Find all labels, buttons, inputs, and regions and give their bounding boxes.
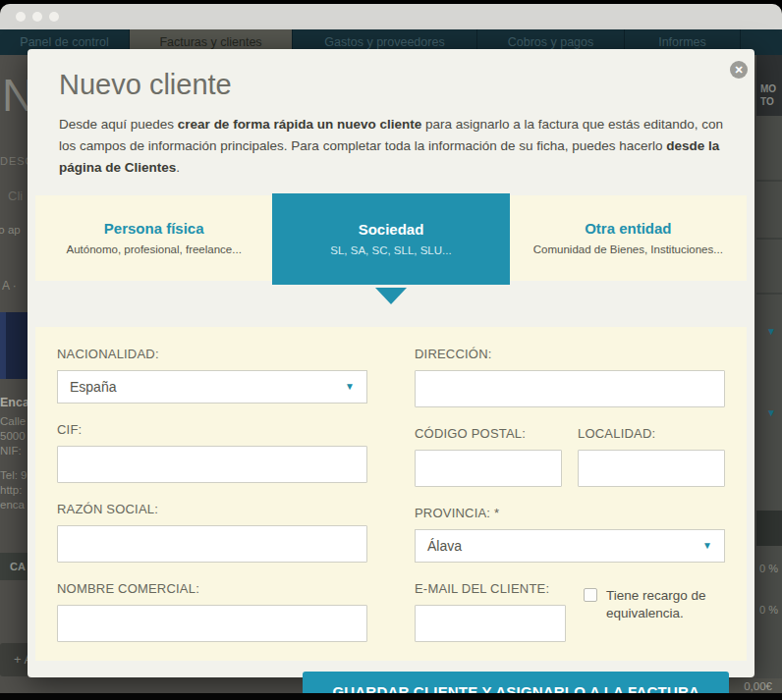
field-direccion: DIRECCIÓN: (415, 347, 725, 407)
field-cif: CIF: (57, 422, 367, 483)
chevron-down-icon: ▼ (766, 407, 776, 418)
bg-percent-fragment: 0 % (759, 563, 778, 574)
client-form-panel: NACIONALIDAD: España ▼ CIF: RAZÓN SOCIAL… (35, 327, 747, 661)
nacionalidad-select[interactable]: España ▼ (57, 370, 367, 404)
modal-header: Nuevo cliente Desde aquí puedes crear de… (28, 49, 754, 179)
field-razon-social: RAZÓN SOCIAL: (57, 502, 367, 563)
chevron-down-icon: ▼ (702, 540, 712, 551)
bg-email-fragment: enca (0, 499, 25, 511)
modal-description: Desde aquí puedes crear de forma rápida … (59, 114, 725, 179)
cif-label: CIF: (57, 422, 367, 437)
tab-persona-fisica-title: Persona física (104, 220, 204, 237)
cif-input[interactable] (57, 446, 367, 483)
razon-social-label: RAZÓN SOCIAL: (57, 502, 367, 516)
bg-sidebar-divider (756, 293, 782, 295)
tab-sociedad-title: Sociedad (359, 221, 424, 238)
chevron-down-icon: ▼ (766, 326, 776, 337)
field-recargo-equivalencia: Tiene recargo de equivalencia. (584, 581, 725, 642)
bg-address-fragment: Calle (0, 415, 26, 427)
bg-nif-fragment: NIF: (0, 445, 22, 457)
localidad-label: LOCALIDAD: (578, 426, 725, 441)
nuevo-cliente-modal: ✕ Nuevo cliente Desde aquí puedes crear … (28, 49, 754, 677)
razon-social-input[interactable] (57, 525, 367, 563)
field-localidad: LOCALIDAD: (578, 426, 725, 487)
tab-otra-entidad-subtitle: Comunidad de Bienes, Instituciones... (533, 243, 723, 255)
email-label: E-MAIL DEL CLIENTE: (415, 581, 566, 596)
recargo-checkbox[interactable] (584, 588, 597, 602)
bg-percent-fragment: 0 % (759, 604, 778, 616)
tab-persona-fisica-subtitle: Autónomo, profesional, freelance... (66, 243, 241, 255)
nombre-comercial-input[interactable] (57, 605, 367, 642)
screen-bottom-bar (0, 693, 782, 700)
recargo-checkbox-label: Tiene recargo de equivalencia. (606, 587, 725, 642)
nacionalidad-label: NACIONALIDAD: (57, 347, 367, 361)
field-provincia: PROVINCIA: * Álava ▼ (415, 506, 725, 563)
provincia-selected-value: Álava (427, 538, 462, 554)
codigo-postal-input[interactable] (415, 450, 562, 487)
bg-totals-sidebar (756, 55, 782, 693)
provincia-select[interactable]: Álava ▼ (415, 529, 725, 563)
localidad-input[interactable] (578, 450, 725, 487)
provincia-label: PROVINCIA: * (415, 506, 725, 520)
tab-sociedad[interactable]: Sociedad SL, SA, SC, SLL, SLU... (272, 193, 509, 285)
bg-url-fragment: http: (0, 484, 22, 496)
bg-phone-fragment: Tel: 9 (0, 469, 28, 481)
tab-persona-fisica[interactable]: Persona física Autónomo, profesional, fr… (35, 195, 272, 281)
bg-text-fragment: A · (2, 279, 17, 293)
field-nombre-comercial: NOMBRE COMERCIAL: (57, 581, 367, 642)
email-input[interactable] (415, 605, 566, 642)
tab-otra-entidad-title: Otra entidad (585, 220, 671, 237)
close-icon[interactable]: ✕ (730, 61, 748, 79)
client-type-tabs: Persona física Autónomo, profesional, fr… (35, 195, 747, 281)
modal-title: Nuevo cliente (59, 69, 725, 101)
bg-sidebar-dark-row (756, 511, 782, 546)
field-codigo-postal: CÓDIGO POSTAL: (415, 426, 562, 487)
bg-company-name-fragment: Enca (0, 396, 29, 409)
bg-sidebar-header: MO TO (756, 55, 782, 116)
chevron-down-icon: ▼ (345, 381, 355, 392)
bg-address-fragment: 5000 (0, 430, 26, 442)
bg-client-field-fragment: Cli (8, 188, 23, 203)
bg-sidebar-divider (756, 238, 782, 240)
nombre-comercial-label: NOMBRE COMERCIAL: (57, 581, 367, 596)
bg-text-fragment: No ap (0, 224, 21, 236)
tab-sociedad-subtitle: SL, SA, SC, SLL, SLU... (330, 244, 451, 256)
direccion-label: DIRECCIÓN: (415, 347, 725, 361)
nacionalidad-selected-value: España (70, 379, 116, 395)
tab-otra-entidad[interactable]: Otra entidad Comunidad de Bienes, Instit… (510, 195, 747, 281)
field-nacionalidad: NACIONALIDAD: España ▼ (57, 347, 367, 404)
codigo-postal-label: CÓDIGO POSTAL: (415, 426, 562, 441)
direccion-input[interactable] (415, 370, 725, 407)
bg-sidebar-divider (756, 180, 782, 182)
active-tab-pointer (375, 288, 407, 304)
bg-company-logo (0, 312, 28, 379)
field-email: E-MAIL DEL CLIENTE: (415, 581, 566, 642)
